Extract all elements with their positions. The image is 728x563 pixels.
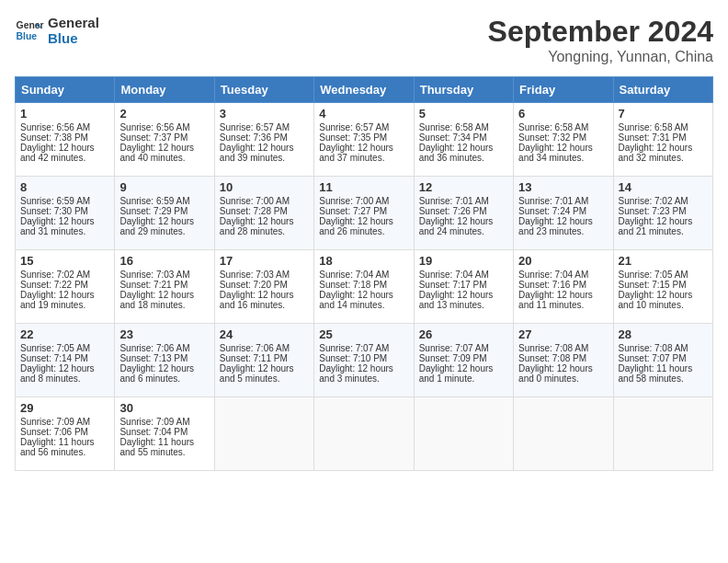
day-info-line: Sunset: 7:18 PM <box>319 280 408 290</box>
day-info-line: Daylight: 12 hours <box>518 143 608 153</box>
day-cell: 6Sunrise: 6:58 AMSunset: 7:32 PMDaylight… <box>514 103 613 177</box>
day-number: 18 <box>319 254 408 268</box>
day-info-line: Sunrise: 7:02 AM <box>619 196 708 206</box>
day-cell: 2Sunrise: 6:56 AMSunset: 7:37 PMDaylight… <box>115 103 214 177</box>
day-info-line: and 11 minutes. <box>518 300 608 310</box>
day-cell: 15Sunrise: 7:02 AMSunset: 7:22 PMDayligh… <box>16 250 115 324</box>
day-info-line: Sunrise: 7:09 AM <box>20 417 109 427</box>
day-number: 29 <box>20 401 109 415</box>
day-cell: 22Sunrise: 7:05 AMSunset: 7:14 PMDayligh… <box>16 324 115 397</box>
day-info-line: and 18 minutes. <box>119 300 209 310</box>
day-cell <box>613 397 712 471</box>
day-number: 17 <box>220 254 309 268</box>
day-info-line: Sunrise: 7:07 AM <box>419 343 508 353</box>
day-info-line: Sunrise: 7:03 AM <box>220 270 309 280</box>
day-info-line: Daylight: 12 hours <box>119 290 209 300</box>
day-info-line: Sunset: 7:21 PM <box>119 280 209 290</box>
day-info-line: Sunset: 7:16 PM <box>518 280 608 290</box>
day-number: 25 <box>319 327 408 341</box>
day-info-line: Sunset: 7:28 PM <box>220 206 309 216</box>
day-info-line: and 10 minutes. <box>619 300 708 310</box>
day-cell: 24Sunrise: 7:06 AMSunset: 7:11 PMDayligh… <box>214 324 313 397</box>
day-number: 26 <box>419 327 508 341</box>
day-info-line: Daylight: 12 hours <box>319 216 408 226</box>
page-header: General Blue General Blue September 2024… <box>15 15 713 65</box>
day-number: 3 <box>220 107 309 121</box>
weekday-wednesday: Wednesday <box>314 77 414 103</box>
day-info-line: and 42 minutes. <box>20 153 109 163</box>
day-info-line: Sunset: 7:35 PM <box>319 132 408 143</box>
day-cell: 3Sunrise: 6:57 AMSunset: 7:36 PMDaylight… <box>214 103 313 177</box>
day-cell: 27Sunrise: 7:08 AMSunset: 7:08 PMDayligh… <box>514 324 613 397</box>
day-cell: 19Sunrise: 7:04 AMSunset: 7:17 PMDayligh… <box>414 250 513 324</box>
day-info-line: Sunset: 7:27 PM <box>319 206 408 216</box>
day-info-line: and 0 minutes. <box>518 373 608 384</box>
day-number: 23 <box>119 327 209 341</box>
day-info-line: Daylight: 12 hours <box>419 363 508 373</box>
day-info-line: Sunrise: 7:08 AM <box>518 343 608 353</box>
day-number: 5 <box>419 107 508 121</box>
day-cell: 13Sunrise: 7:01 AMSunset: 7:24 PMDayligh… <box>514 177 613 250</box>
day-info-line: Sunset: 7:22 PM <box>20 280 109 290</box>
day-info-line: Sunset: 7:04 PM <box>119 427 209 437</box>
day-cell: 8Sunrise: 6:59 AMSunset: 7:30 PMDaylight… <box>16 177 115 250</box>
day-info-line: and 56 minutes. <box>20 447 109 457</box>
day-cell: 23Sunrise: 7:06 AMSunset: 7:13 PMDayligh… <box>115 324 214 397</box>
logo-general-text: General <box>48 15 99 30</box>
day-cell: 11Sunrise: 7:00 AMSunset: 7:27 PMDayligh… <box>314 177 414 250</box>
day-number: 8 <box>20 180 109 194</box>
day-info-line: Daylight: 12 hours <box>518 363 608 373</box>
day-info-line: Daylight: 11 hours <box>20 437 109 447</box>
day-number: 11 <box>319 180 408 194</box>
day-info-line: and 21 minutes. <box>619 226 708 236</box>
day-cell: 18Sunrise: 7:04 AMSunset: 7:18 PMDayligh… <box>314 250 414 324</box>
day-number: 20 <box>518 254 608 268</box>
svg-text:Blue: Blue <box>17 31 38 41</box>
day-info-line: Sunrise: 7:02 AM <box>20 270 109 280</box>
day-info-line: Daylight: 12 hours <box>220 363 309 373</box>
day-number: 30 <box>119 401 209 415</box>
day-info-line: Sunrise: 7:04 AM <box>419 270 508 280</box>
day-info-line: Daylight: 12 hours <box>20 290 109 300</box>
day-info-line: Sunset: 7:15 PM <box>619 280 708 290</box>
day-info-line: Sunrise: 7:08 AM <box>619 343 708 353</box>
day-info-line: Sunrise: 6:57 AM <box>220 122 309 132</box>
day-info-line: and 34 minutes. <box>518 153 608 163</box>
day-cell: 5Sunrise: 6:58 AMSunset: 7:34 PMDaylight… <box>414 103 513 177</box>
day-cell: 26Sunrise: 7:07 AMSunset: 7:09 PMDayligh… <box>414 324 513 397</box>
day-cell: 7Sunrise: 6:58 AMSunset: 7:31 PMDaylight… <box>613 103 712 177</box>
day-info-line: and 31 minutes. <box>20 226 109 236</box>
weekday-header-row: SundayMondayTuesdayWednesdayThursdayFrid… <box>16 77 713 103</box>
day-info-line: Sunrise: 6:56 AM <box>119 122 209 132</box>
weekday-friday: Friday <box>514 77 613 103</box>
day-info-line: Sunset: 7:31 PM <box>619 132 708 143</box>
day-cell: 4Sunrise: 6:57 AMSunset: 7:35 PMDaylight… <box>314 103 414 177</box>
day-cell <box>414 397 513 471</box>
day-info-line: Sunset: 7:09 PM <box>419 353 508 363</box>
day-info-line: Daylight: 12 hours <box>619 216 708 226</box>
day-info-line: Sunset: 7:34 PM <box>419 132 508 143</box>
day-info-line: Sunrise: 7:05 AM <box>619 270 708 280</box>
day-info-line: Sunset: 7:06 PM <box>20 427 109 437</box>
day-info-line: Sunrise: 6:57 AM <box>319 122 408 132</box>
day-info-line: Daylight: 12 hours <box>119 143 209 153</box>
day-info-line: Sunset: 7:29 PM <box>119 206 209 216</box>
day-info-line: Sunrise: 6:59 AM <box>119 196 209 206</box>
day-info-line: Sunset: 7:13 PM <box>119 353 209 363</box>
day-cell <box>214 397 313 471</box>
day-info-line: Sunrise: 6:58 AM <box>619 122 708 132</box>
day-cell: 14Sunrise: 7:02 AMSunset: 7:23 PMDayligh… <box>613 177 712 250</box>
weekday-monday: Monday <box>115 77 214 103</box>
svg-text:General: General <box>17 20 44 30</box>
day-info-line: and 5 minutes. <box>220 373 309 384</box>
day-number: 10 <box>220 180 309 194</box>
day-info-line: Sunrise: 7:01 AM <box>419 196 508 206</box>
day-cell: 29Sunrise: 7:09 AMSunset: 7:06 PMDayligh… <box>16 397 115 471</box>
day-info-line: Sunrise: 7:00 AM <box>319 196 408 206</box>
logo-icon: General Blue <box>15 16 44 45</box>
day-info-line: and 14 minutes. <box>319 300 408 310</box>
location-title: Yongning, Yunnan, China <box>488 49 713 65</box>
day-cell: 9Sunrise: 6:59 AMSunset: 7:29 PMDaylight… <box>115 177 214 250</box>
weekday-saturday: Saturday <box>613 77 712 103</box>
day-cell: 20Sunrise: 7:04 AMSunset: 7:16 PMDayligh… <box>514 250 613 324</box>
